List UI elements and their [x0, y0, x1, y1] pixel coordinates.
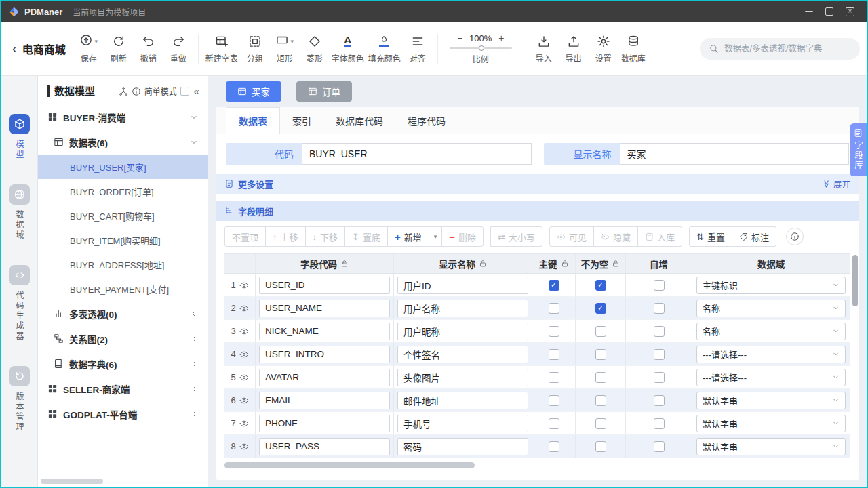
field-library-tab[interactable]: 字段库: [850, 123, 867, 176]
add-field-button[interactable]: +新增: [387, 226, 429, 247]
horizontal-scrollbar-thumb[interactable]: [224, 462, 475, 468]
caret-down-icon[interactable]: ▾: [94, 38, 98, 45]
nav-item-version[interactable]: 版本管理: [9, 366, 30, 432]
save-button[interactable]: ▾ 保存: [74, 31, 104, 66]
field-code-input[interactable]: USER_ID: [259, 277, 390, 294]
tree-group-buyer[interactable]: BUYER-消费端: [38, 104, 208, 129]
eye-icon[interactable]: [239, 396, 249, 405]
vertical-scrollbar-thumb[interactable]: [852, 255, 858, 306]
field-code-input[interactable]: USER_INTRO: [259, 346, 390, 363]
import-button[interactable]: 导入: [529, 31, 559, 66]
case-toggle-button[interactable]: ⇄大小写: [490, 226, 542, 247]
primary-key-checkbox[interactable]: ✓: [549, 280, 559, 291]
nav-item-model[interactable]: 模型: [9, 114, 30, 160]
tab-order[interactable]: 订单: [296, 81, 352, 102]
auto-increment-checkbox[interactable]: [654, 441, 665, 452]
data-domain-select[interactable]: 默认字串: [696, 392, 846, 409]
align-button[interactable]: 对齐: [403, 31, 433, 66]
primary-key-checkbox[interactable]: [549, 395, 559, 406]
unlock-icon[interactable]: [479, 260, 487, 268]
eye-icon[interactable]: [239, 442, 249, 451]
search-input[interactable]: [724, 44, 851, 54]
expand-button[interactable]: ≫ 展开: [823, 178, 850, 190]
back-button[interactable]: ‹ 电商商城: [8, 41, 74, 57]
unpin-top-button[interactable]: 不置顶: [224, 226, 266, 247]
sidebar-table-item[interactable]: BUYR_ITEM[购买明细]: [38, 228, 208, 252]
field-display-name-input[interactable]: 用户昵称: [397, 323, 528, 340]
tree-node-relations[interactable]: 关系图(2): [38, 326, 208, 351]
auto-increment-checkbox[interactable]: [654, 280, 665, 291]
eye-icon[interactable]: [239, 327, 249, 336]
not-null-checkbox[interactable]: [595, 349, 606, 360]
not-null-checkbox[interactable]: ✓: [595, 303, 606, 314]
auto-increment-checkbox[interactable]: [654, 395, 665, 406]
nav-item-code-generator[interactable]: 代码生成器: [9, 265, 30, 342]
field-display-name-input[interactable]: 手机号: [397, 415, 528, 432]
collapse-sidebar-button[interactable]: «: [194, 86, 199, 96]
redo-button[interactable]: 重做: [163, 31, 193, 66]
primary-key-checkbox[interactable]: [549, 418, 559, 429]
hide-button[interactable]: 隐藏: [593, 226, 638, 247]
data-domain-select[interactable]: 默认字串: [696, 415, 846, 432]
not-null-checkbox[interactable]: [595, 395, 606, 406]
chevron-down-icon[interactable]: [190, 113, 198, 121]
unlock-icon[interactable]: [612, 260, 620, 268]
undo-button[interactable]: 撤销: [134, 31, 163, 66]
refresh-button[interactable]: 刷新: [104, 31, 134, 66]
move-down-button[interactable]: ↓下移: [305, 226, 346, 247]
font-color-button[interactable]: A 字体颜色: [330, 31, 366, 66]
unlock-icon[interactable]: [561, 260, 569, 268]
field-code-input[interactable]: NICK_NAME: [259, 323, 390, 340]
rectangle-button[interactable]: ▾ 矩形: [270, 31, 300, 66]
zoom-out-button[interactable]: −: [457, 33, 462, 43]
not-null-checkbox[interactable]: [595, 418, 606, 429]
fill-color-button[interactable]: 填充颜色: [366, 31, 403, 66]
sidebar-table-item[interactable]: BUYR_USER[买家]: [38, 155, 208, 179]
zoom-in-button[interactable]: +: [498, 33, 504, 43]
subtab-datatable[interactable]: 数据表: [226, 107, 280, 134]
tree-group-platform[interactable]: GODPLAT-平台端: [38, 401, 208, 426]
not-null-checkbox[interactable]: [595, 441, 606, 452]
field-code-input[interactable]: EMAIL: [259, 392, 390, 409]
chevron-left-icon[interactable]: [190, 385, 198, 393]
close-button[interactable]: ×: [846, 7, 854, 16]
code-input[interactable]: [302, 143, 532, 165]
sidebar-table-item[interactable]: BUYR_ADDRESS[地址]: [38, 252, 208, 277]
tree-group-seller[interactable]: SELLER-商家端: [38, 376, 208, 401]
delete-field-button[interactable]: −删除: [441, 226, 484, 247]
auto-increment-checkbox[interactable]: [654, 349, 665, 360]
primary-key-checkbox[interactable]: [549, 326, 559, 337]
data-domain-select[interactable]: 名称: [696, 323, 846, 340]
simple-mode-checkbox[interactable]: [180, 87, 189, 96]
field-display-name-input[interactable]: 个性签名: [397, 346, 528, 363]
display-name-input[interactable]: [620, 143, 850, 165]
add-field-dropdown-button[interactable]: ▾: [429, 226, 443, 247]
field-code-input[interactable]: USER_NAME: [259, 300, 390, 317]
data-domain-select[interactable]: 名称: [696, 300, 846, 317]
chevron-left-icon[interactable]: [190, 360, 198, 368]
eye-icon[interactable]: [239, 304, 249, 313]
settings-button[interactable]: 设置: [589, 31, 618, 66]
tree-node-dicts[interactable]: 数据字典(6): [38, 351, 208, 376]
field-display-name-input[interactable]: 邮件地址: [397, 392, 528, 409]
field-display-name-input[interactable]: 用户名称: [397, 300, 528, 317]
field-code-input[interactable]: USER_PASS: [259, 438, 390, 455]
global-search[interactable]: [700, 38, 860, 60]
eye-icon[interactable]: [239, 350, 249, 359]
sidebar-table-item[interactable]: BUYER_PAYMENT[支付]: [38, 277, 208, 301]
tree-node-tables[interactable]: 数据表(6): [38, 129, 208, 155]
unlock-icon[interactable]: [340, 260, 349, 268]
primary-key-checkbox[interactable]: [549, 372, 559, 383]
not-null-checkbox[interactable]: [595, 372, 606, 383]
eye-icon[interactable]: [239, 419, 249, 428]
field-code-input[interactable]: PHONE: [259, 415, 390, 432]
new-table-button[interactable]: 新建空表: [203, 31, 240, 66]
field-display-name-input[interactable]: 头像图片: [397, 369, 528, 386]
subtab-db-code[interactable]: 数据库代码: [323, 107, 395, 134]
eye-icon[interactable]: [239, 281, 249, 290]
tab-buyer[interactable]: 买家: [226, 81, 281, 102]
nav-item-data-domain[interactable]: 数据域: [9, 184, 30, 241]
auto-increment-checkbox[interactable]: [654, 326, 665, 337]
database-button[interactable]: 数据库: [618, 31, 648, 66]
field-code-input[interactable]: AVATAR: [259, 369, 390, 386]
